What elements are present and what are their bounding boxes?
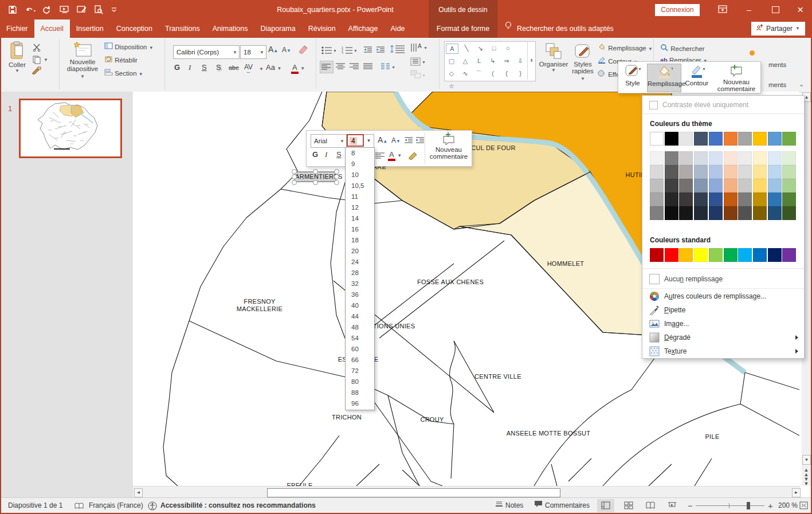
reading-view-button[interactable] — [642, 499, 659, 512]
underline-button[interactable]: S — [202, 63, 207, 72]
language-indicator[interactable]: Français (France) — [89, 498, 143, 513]
theme-color-swatch-7[interactable] — [753, 132, 767, 146]
scroll-left-icon[interactable]: ◄ — [134, 488, 143, 497]
theme-variant-swatch-5-1[interactable] — [724, 165, 738, 179]
justify-button[interactable] — [363, 62, 372, 72]
mini-size-field[interactable]: 4 — [347, 134, 364, 147]
cut-icon[interactable] — [32, 44, 41, 53]
shape-icon-11[interactable]: ◇ — [445, 67, 458, 80]
hscroll-thumb[interactable] — [267, 488, 560, 497]
format-painter-icon[interactable] — [32, 66, 42, 77]
shape-icon-8[interactable]: ↳ — [486, 54, 500, 67]
tab-accueil[interactable]: Accueil — [34, 19, 70, 38]
mini-font-combo[interactable]: Arial▼ — [311, 134, 347, 148]
fill-menu-texture[interactable]: Texture — [642, 344, 804, 358]
layout-button[interactable]: Disposition ▼ — [104, 42, 154, 50]
theme-color-swatch-4[interactable] — [709, 132, 723, 146]
standard-color-swatch-6[interactable] — [738, 248, 752, 262]
theme-variant-swatch-7-3[interactable] — [753, 193, 767, 206]
tab-animations[interactable]: Animations — [206, 19, 254, 38]
maximize-button[interactable] — [762, 0, 789, 19]
font-size-option-14[interactable]: 14 — [346, 213, 374, 224]
standard-color-swatch-1[interactable] — [665, 248, 678, 262]
slide-thumbnail[interactable] — [19, 99, 122, 158]
theme-variant-swatch-8-4[interactable] — [768, 206, 782, 220]
shape-icon-10[interactable]: ⇩ — [513, 54, 527, 67]
theme-variant-swatch-5-2[interactable] — [724, 179, 738, 193]
font-size-option-54[interactable]: 54 — [346, 333, 374, 344]
redo-icon[interactable] — [42, 5, 52, 14]
tab-affichage[interactable]: Affichage — [342, 19, 385, 38]
fill-menu-more-colors[interactable]: Autres couleurs de remplissage... — [642, 289, 804, 303]
theme-variant-swatch-1-2[interactable] — [665, 179, 678, 193]
theme-variant-swatch-1-1[interactable] — [665, 165, 678, 179]
font-size-combo[interactable]: 18▼ — [240, 45, 266, 59]
mini-bold[interactable]: G — [312, 150, 318, 159]
style-button[interactable]: ▼ Style — [619, 64, 646, 91]
font-size-option-88[interactable]: 88 — [346, 387, 374, 398]
arrange-button[interactable]: Organiser▼ — [539, 42, 568, 80]
fill-menu-image[interactable]: Image... — [642, 317, 804, 331]
theme-variant-swatch-7-0[interactable] — [753, 151, 767, 165]
standard-color-swatch-9[interactable] — [782, 248, 796, 262]
map-label-epeule[interactable]: EPEULE — [287, 482, 312, 486]
shape-icon-9[interactable]: ⇒ — [500, 54, 513, 67]
font-size-option-11[interactable]: 11 — [346, 191, 374, 202]
bold-button[interactable]: G — [174, 63, 180, 72]
font-size-option-32[interactable]: 32 — [346, 278, 374, 289]
theme-variant-swatch-4-1[interactable] — [709, 165, 723, 179]
spellcheck-icon[interactable] — [74, 498, 84, 513]
section-button[interactable]: Section ▼ — [104, 69, 143, 77]
theme-variant-swatch-8-3[interactable] — [768, 193, 782, 206]
selection-handle-3[interactable] — [292, 174, 297, 179]
find-button[interactable]: Rechercher — [660, 44, 705, 52]
font-family-combo[interactable]: Calibri (Corps)▼ — [173, 45, 240, 59]
theme-color-swatch-3[interactable] — [694, 132, 708, 146]
map-label-crouy[interactable]: CROUY — [420, 416, 444, 423]
theme-variant-swatch-5-0[interactable] — [724, 151, 738, 165]
fill-menu-eyedropper[interactable]: Pipette — [642, 303, 804, 317]
mini-increase-indent-icon[interactable] — [415, 136, 425, 147]
map-label-centre-ville[interactable]: CENTRE VILLE — [474, 373, 521, 380]
theme-variant-swatch-5-4[interactable] — [724, 206, 738, 220]
font-size-option-8[interactable]: 8 — [346, 148, 374, 159]
theme-color-swatch-1[interactable] — [665, 132, 678, 146]
fill-menu-gradient[interactable]: Dégradé — [642, 331, 804, 344]
copy-icon[interactable] — [32, 55, 41, 65]
theme-variant-swatch-7-2[interactable] — [753, 179, 767, 193]
theme-variant-swatch-0-2[interactable] — [650, 179, 664, 193]
comments-button[interactable]: Commentaires — [534, 498, 590, 513]
font-size-option-16[interactable]: 16 — [346, 224, 374, 235]
text-shadow-button[interactable]: S — [216, 63, 221, 72]
map-label-cul-de-four[interactable]: CUL DE FOUR — [471, 144, 515, 152]
tab-fichier[interactable]: Fichier — [0, 19, 34, 38]
clear-formatting-icon[interactable] — [298, 44, 309, 56]
shrink-font-button[interactable]: A▼ — [282, 46, 291, 54]
shape-icon-2[interactable]: ↘ — [473, 42, 487, 54]
shapes-more-button[interactable]: ⇟ — [527, 42, 535, 80]
font-size-option-10[interactable]: 10 — [346, 170, 374, 181]
theme-variant-swatch-6-4[interactable] — [738, 206, 752, 220]
standard-color-swatch-7[interactable] — [753, 248, 767, 262]
numbering-button[interactable]: 123▼ — [342, 46, 356, 55]
map-label-trichon[interactable]: TRICHON — [332, 414, 362, 421]
zoom-level[interactable]: 200 % — [778, 498, 798, 513]
tab-aide[interactable]: Aide — [385, 19, 411, 38]
new-slide-button[interactable]: Nouvelle diapositive ▼ — [64, 41, 101, 83]
slideshow-view-button[interactable] — [664, 499, 681, 512]
align-left-button[interactable] — [320, 61, 334, 73]
change-case-button[interactable]: Aa ▼ — [266, 63, 281, 72]
theme-variant-swatch-0-4[interactable] — [650, 206, 664, 220]
theme-variant-swatch-4-4[interactable] — [709, 206, 723, 220]
mini-align-icon[interactable] — [375, 152, 385, 162]
theme-variant-swatch-3-2[interactable] — [694, 179, 708, 193]
theme-variant-swatch-2-4[interactable] — [679, 206, 693, 220]
map-label-fosse-aux-chenes[interactable]: FOSSE AUX CHENES — [417, 278, 484, 286]
theme-variant-swatch-1-0[interactable] — [665, 151, 678, 165]
mini-decrease-indent-icon[interactable] — [404, 136, 413, 147]
theme-variant-swatch-4-2[interactable] — [709, 179, 723, 193]
columns-button[interactable]: ▼ — [380, 62, 395, 72]
scroll-right-icon[interactable]: ► — [792, 488, 801, 497]
theme-variant-swatch-2-0[interactable] — [679, 151, 693, 165]
close-button[interactable]: ✕ — [789, 0, 812, 19]
